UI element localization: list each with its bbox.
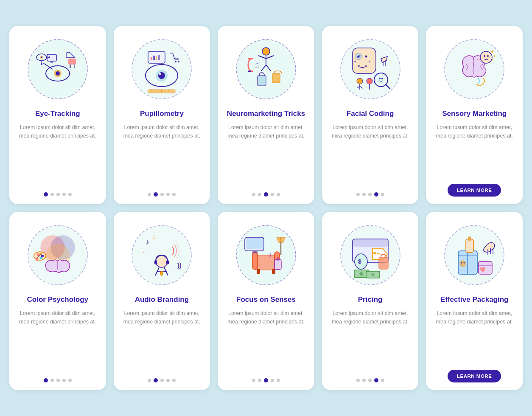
card-body: Lorem ipsum dolor sit dim amet, mea regi… <box>225 123 307 186</box>
svg-text:%: % <box>377 251 381 256</box>
card-body: Lorem ipsum dolor sit dim amet, mea regi… <box>434 309 515 365</box>
svg-point-87 <box>41 255 44 257</box>
dot-1[interactable] <box>356 193 360 196</box>
dot-4[interactable] <box>374 192 378 197</box>
pagination-dots <box>252 378 280 382</box>
illustration-audio-branding: ♪ ♫ ♩ <box>128 221 196 289</box>
svg-point-62 <box>357 78 363 84</box>
dot-4[interactable] <box>62 193 66 196</box>
dot-1[interactable] <box>252 379 255 382</box>
svg-rect-94 <box>166 260 169 264</box>
dot-1[interactable] <box>148 193 151 196</box>
card-title: Focus on Senses <box>236 295 296 304</box>
svg-text:★: ★ <box>491 59 493 61</box>
card-title: Sensory Marketing <box>442 109 507 118</box>
dot-2[interactable] <box>362 193 366 196</box>
learn-more-button-1[interactable]: LEARN MORE <box>448 184 501 197</box>
dot-1[interactable] <box>252 193 255 196</box>
svg-point-38 <box>262 48 270 55</box>
svg-rect-93 <box>154 260 157 264</box>
svg-rect-127 <box>466 239 473 253</box>
dot-1[interactable] <box>356 379 360 382</box>
card-title: Pupillometry <box>140 109 184 118</box>
svg-point-3 <box>56 71 60 76</box>
illustration-pricing: % $ $ <box>336 221 404 289</box>
card-title: Color Psychology <box>27 295 89 304</box>
dot-3[interactable] <box>264 378 268 382</box>
illustration-eye-tracking <box>24 35 92 103</box>
svg-rect-123 <box>379 257 388 269</box>
svg-rect-106 <box>246 238 263 249</box>
svg-text:♩: ♩ <box>143 248 145 254</box>
illustration-focus-on-senses <box>232 221 300 289</box>
dot-5[interactable] <box>277 379 280 382</box>
card-body: Lorem ipsum dolor sit dim amet, mea regi… <box>330 123 411 186</box>
dot-1[interactable] <box>44 192 48 197</box>
dot-2[interactable] <box>258 193 261 196</box>
svg-point-92 <box>156 256 168 267</box>
dot-5[interactable] <box>172 193 176 196</box>
dot-4[interactable] <box>166 193 170 196</box>
dot-3[interactable] <box>264 192 268 197</box>
svg-rect-107 <box>252 251 258 253</box>
dot-2[interactable] <box>154 378 158 382</box>
svg-point-66 <box>367 78 372 84</box>
card-title: Effective Packaging <box>440 295 509 304</box>
dot-3[interactable] <box>368 193 372 196</box>
svg-text:♪: ♪ <box>146 238 149 246</box>
dot-5[interactable] <box>172 379 176 382</box>
card-color-psychology: Color Psychology Lorem ipsum dolor sit d… <box>9 212 106 390</box>
learn-more-button-2[interactable]: LEARN MORE <box>448 370 501 382</box>
svg-rect-104 <box>272 269 275 274</box>
dot-2[interactable] <box>362 379 366 382</box>
pagination-dots <box>356 378 384 382</box>
illustration-sensory-marketing: ★ ★ ★ <box>440 35 508 103</box>
dot-3[interactable] <box>56 379 60 382</box>
svg-point-35 <box>175 61 176 62</box>
dot-4[interactable] <box>271 193 274 196</box>
svg-rect-25 <box>153 56 155 60</box>
dot-4[interactable] <box>62 379 66 382</box>
dot-3[interactable] <box>56 193 60 196</box>
svg-text:★: ★ <box>493 54 496 58</box>
illustration-neuromarketing <box>232 35 300 103</box>
svg-text:♫: ♫ <box>151 233 156 240</box>
dot-5[interactable] <box>381 193 384 196</box>
dot-3[interactable] <box>368 379 372 382</box>
dot-3[interactable] <box>160 193 164 196</box>
svg-point-16 <box>41 63 42 65</box>
card-body: Lorem ipsum dolor sit dim amet, mea regi… <box>121 309 203 372</box>
illustration-facial-coding <box>336 35 404 103</box>
dot-2[interactable] <box>50 379 54 382</box>
card-title: Pricing <box>358 295 383 304</box>
pagination-dots <box>148 192 176 197</box>
svg-rect-7 <box>74 65 75 68</box>
dot-2[interactable] <box>154 192 158 197</box>
dot-3[interactable] <box>160 379 164 382</box>
dot-4[interactable] <box>271 379 274 382</box>
dot-4[interactable] <box>374 378 378 382</box>
dot-5[interactable] <box>68 379 72 382</box>
dot-2[interactable] <box>50 193 54 196</box>
dot-5[interactable] <box>68 193 72 196</box>
card-focus-on-senses: Focus on Senses Lorem ipsum dolor sit di… <box>218 212 314 390</box>
card-body: Lorem ipsum dolor sit dim amet, mea regi… <box>225 309 307 372</box>
svg-point-75 <box>484 55 485 57</box>
dot-1[interactable] <box>148 379 151 382</box>
svg-point-21 <box>159 73 161 75</box>
svg-point-54 <box>354 61 356 62</box>
dot-5[interactable] <box>381 379 384 382</box>
svg-rect-24 <box>151 57 152 60</box>
card-title: Audio Branding <box>135 295 189 304</box>
svg-rect-27 <box>158 55 160 60</box>
dot-2[interactable] <box>258 379 261 382</box>
dot-5[interactable] <box>277 193 280 196</box>
dot-4[interactable] <box>166 379 170 382</box>
svg-point-14 <box>48 56 50 58</box>
svg-point-134 <box>464 262 465 264</box>
dot-1[interactable] <box>44 378 48 382</box>
svg-point-53 <box>365 56 367 58</box>
svg-point-69 <box>377 76 385 84</box>
card-neuromarketing-tricks: Neuromarketing Tricks Lorem ipsum dolor … <box>218 26 314 204</box>
svg-point-36 <box>178 61 179 62</box>
